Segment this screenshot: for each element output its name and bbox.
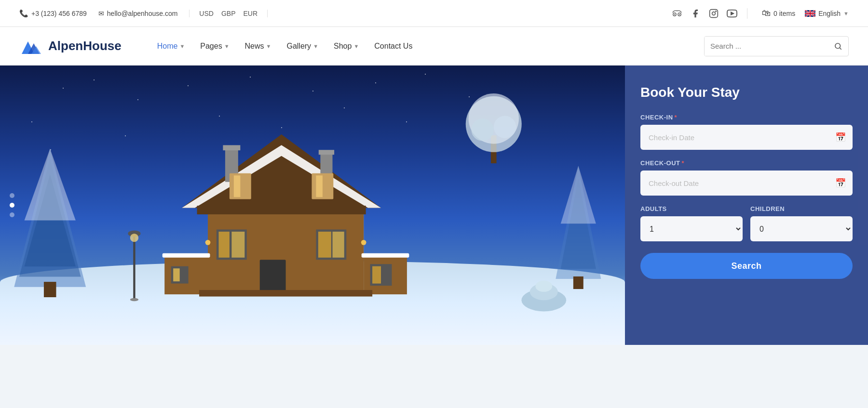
- cart-area[interactable]: 🛍 0 items: [762, 8, 795, 18]
- svg-rect-40: [162, 253, 210, 258]
- svg-rect-25: [316, 175, 322, 197]
- svg-rect-41: [361, 253, 409, 258]
- flowering-tree: [456, 79, 531, 163]
- search-input[interactable]: [705, 37, 828, 56]
- svg-marker-7: [731, 12, 733, 15]
- adults-select[interactable]: 1 2 3 4 5: [640, 216, 743, 241]
- svg-rect-57: [133, 233, 135, 301]
- checkin-input[interactable]: [640, 125, 853, 150]
- instagram-icon[interactable]: [708, 8, 719, 19]
- nav-item-news[interactable]: News ▼: [238, 38, 278, 54]
- svg-rect-37: [173, 268, 179, 281]
- svg-rect-20: [318, 150, 334, 155]
- language-label: English: [818, 10, 841, 17]
- nav-search[interactable]: [704, 36, 849, 56]
- phone-number: +3 (123) 456 6789: [31, 10, 87, 17]
- nav-home-chevron: ▼: [179, 43, 185, 49]
- tripadvisor-icon[interactable]: [672, 8, 682, 19]
- checkin-label: CHECK-IN*: [640, 114, 853, 121]
- checkout-label: CHECK-OUT*: [640, 159, 853, 167]
- chalet-scene: [0, 66, 625, 345]
- slide-dot-3[interactable]: [10, 212, 14, 217]
- nav-links: Home ▼ Pages ▼ News ▼ Gallery ▼ Shop ▼ C…: [150, 38, 704, 54]
- hero-section: Book Your Stay CHECK-IN* 📅 CHECK-OUT* 📅 …: [0, 66, 868, 345]
- svg-rect-42: [199, 290, 372, 296]
- svg-point-44: [361, 240, 366, 245]
- nav-shop-label: Shop: [334, 42, 352, 51]
- slide-indicators: [10, 193, 14, 217]
- lamp-post: [125, 222, 144, 306]
- language-selector[interactable]: English ▼: [805, 10, 849, 17]
- tree-left-svg: [6, 144, 94, 297]
- currency-gbp[interactable]: GBP: [221, 10, 236, 17]
- svg-line-13: [840, 48, 841, 49]
- svg-rect-27: [259, 260, 285, 294]
- logo-text: AlpenHouse: [48, 39, 122, 53]
- svg-point-2: [674, 13, 675, 14]
- slide-dot-2[interactable]: [10, 203, 14, 208]
- svg-rect-39: [372, 266, 381, 284]
- svg-rect-18: [223, 145, 240, 150]
- flag-icon: [805, 10, 815, 17]
- checkout-required-star: *: [682, 159, 685, 167]
- children-select[interactable]: 0 1 2 3 4: [750, 216, 853, 241]
- svg-marker-53: [560, 166, 596, 224]
- top-bar-left: 📞 +3 (123) 456 6789 ✉ hello@alpenhouse.c…: [19, 9, 657, 18]
- nav-item-contact[interactable]: Contact Us: [367, 38, 419, 54]
- slide-dot-1[interactable]: [10, 193, 14, 198]
- lang-chevron-icon: ▼: [843, 11, 849, 16]
- nav-shop-chevron: ▼: [353, 43, 359, 49]
- search-button[interactable]: [828, 37, 848, 56]
- foreground-plants: [513, 261, 575, 317]
- svg-rect-4: [710, 9, 718, 17]
- nav-news-label: News: [245, 42, 264, 51]
- nav-item-home[interactable]: Home ▼: [150, 38, 192, 54]
- svg-point-12: [835, 43, 841, 49]
- svg-point-43: [205, 240, 210, 245]
- svg-point-56: [535, 281, 552, 292]
- nav-pages-chevron: ▼: [224, 43, 230, 49]
- currency-usd[interactable]: USD: [199, 10, 214, 17]
- booking-panel: Book Your Stay CHECK-IN* 📅 CHECK-OUT* 📅 …: [625, 66, 868, 345]
- phone-contact: 📞 +3 (123) 456 6789: [19, 9, 87, 18]
- nav-news-chevron: ▼: [266, 43, 271, 49]
- youtube-icon[interactable]: [727, 8, 737, 19]
- checkin-input-wrapper: 📅: [640, 125, 853, 150]
- svg-rect-29: [218, 232, 229, 258]
- svg-rect-30: [231, 232, 244, 258]
- nav-pages-label: Pages: [200, 42, 222, 51]
- email-address: hello@alpenhouse.com: [107, 10, 178, 17]
- top-bar-right: 🛍 0 items English ▼: [762, 8, 849, 18]
- search-button[interactable]: Search: [640, 253, 853, 279]
- svg-rect-21: [197, 206, 366, 214]
- nav-bar: AlpenHouse Home ▼ Pages ▼ News ▼ Gallery…: [0, 27, 868, 66]
- booking-title: Book Your Stay: [640, 85, 853, 100]
- nav-gallery-label: Gallery: [286, 42, 311, 51]
- cart-count: 0 items: [773, 10, 795, 17]
- email-contact: ✉ hello@alpenhouse.com: [98, 10, 178, 17]
- adults-label: ADULTS: [640, 205, 743, 212]
- facebook-icon[interactable]: [690, 8, 701, 19]
- svg-point-3: [679, 13, 680, 14]
- hero-image: [0, 66, 625, 345]
- svg-rect-48: [44, 282, 56, 298]
- nav-item-pages[interactable]: Pages ▼: [193, 38, 236, 54]
- nav-home-label: Home: [157, 42, 178, 51]
- email-icon: ✉: [98, 10, 104, 17]
- guests-row: ADULTS 1 2 3 4 5 CHILDREN 0 1 2 3 4: [640, 205, 853, 241]
- nav-contact-label: Contact Us: [374, 42, 412, 51]
- currency-selector[interactable]: USD GBP EUR: [189, 10, 268, 17]
- logo[interactable]: AlpenHouse: [19, 36, 122, 57]
- top-bar: 📞 +3 (123) 456 6789 ✉ hello@alpenhouse.c…: [0, 0, 868, 27]
- adults-col: ADULTS 1 2 3 4 5: [640, 205, 743, 241]
- nav-item-gallery[interactable]: Gallery ▼: [280, 38, 325, 54]
- svg-point-6: [716, 11, 716, 11]
- svg-point-65: [494, 116, 516, 138]
- checkout-input[interactable]: [640, 171, 853, 196]
- svg-point-60: [130, 298, 138, 302]
- svg-rect-32: [318, 232, 331, 258]
- children-col: CHILDREN 0 1 2 3 4: [750, 205, 853, 241]
- checkout-input-wrapper: 📅: [640, 171, 853, 196]
- currency-eur[interactable]: EUR: [244, 10, 258, 17]
- nav-item-shop[interactable]: Shop ▼: [327, 38, 366, 54]
